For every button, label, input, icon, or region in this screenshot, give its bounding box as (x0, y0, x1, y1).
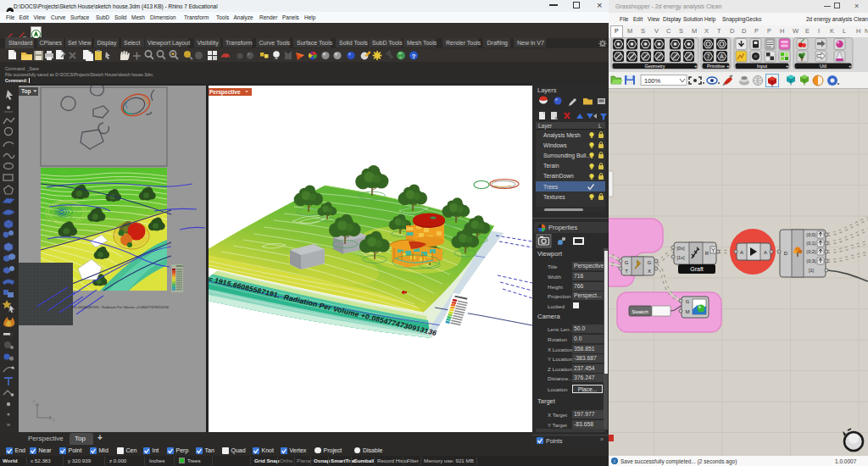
svg-text:Input: Input (757, 64, 768, 69)
svg-text:(0;3): (0;3) (806, 258, 815, 264)
svg-text:x: x (53, 417, 55, 422)
svg-text:Geometry: Geometry (644, 64, 665, 69)
svg-text:(0;1): (0;1) (806, 241, 815, 246)
svg-text:[0x]: [0x] (677, 246, 685, 251)
svg-text:G: G (625, 260, 629, 265)
svg-text:Primitive: Primitive (707, 64, 725, 69)
svg-text:X: X (648, 269, 651, 274)
svg-text:G: G (686, 299, 690, 304)
svg-text:CL.66085587595. Radiation Per: CL.66085587595. Radiation Per Volume +0.… (73, 305, 170, 309)
svg-text:+: + (786, 64, 789, 69)
svg-text:Util: Util (820, 64, 826, 69)
svg-text:R: R (705, 251, 709, 256)
svg-text:+: + (849, 64, 852, 69)
svg-text:Swatch: Swatch (632, 309, 648, 314)
svg-text:(0;0): (0;0) (806, 232, 815, 237)
svg-text:[1x]: [1x] (677, 255, 685, 260)
svg-text:T: T (625, 269, 628, 274)
svg-text:Graft: Graft (690, 266, 704, 272)
svg-text:(0;2): (0;2) (806, 249, 815, 254)
svg-text:A: A (720, 53, 724, 59)
svg-text:Perspective: Perspective (209, 89, 241, 96)
svg-text:A: A (740, 250, 743, 255)
svg-text:G: G (648, 260, 652, 265)
svg-text:A: A (764, 250, 767, 255)
svg-text:D: D (784, 251, 788, 256)
svg-text:[1]: [1] (809, 268, 815, 273)
svg-text:+: + (726, 64, 730, 69)
svg-text:Top: Top (21, 88, 31, 95)
svg-text:»: » (7, 421, 11, 429)
svg-text:?: ? (412, 53, 416, 60)
svg-text:100%: 100% (644, 77, 661, 85)
svg-text:M: M (686, 309, 690, 314)
svg-text:7: 7 (707, 53, 710, 59)
svg-text:+: + (694, 64, 698, 69)
svg-text:y: y (33, 398, 36, 403)
